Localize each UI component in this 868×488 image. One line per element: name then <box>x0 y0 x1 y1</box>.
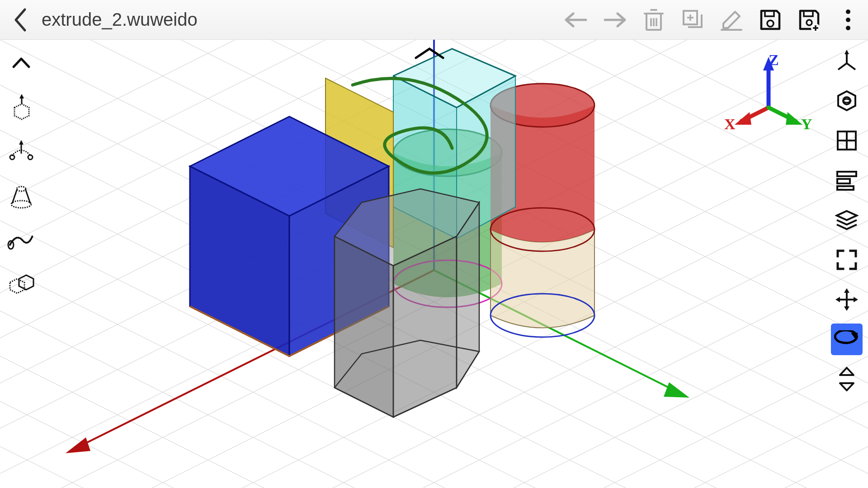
axis-x-label: X <box>724 116 736 133</box>
layers-tool[interactable] <box>831 204 863 236</box>
svg-marker-91 <box>19 140 24 145</box>
axis-tripod-icon <box>835 50 858 72</box>
svg-point-19 <box>846 9 850 14</box>
revolve-icon <box>7 140 35 163</box>
svg-marker-117 <box>844 306 849 311</box>
save-plus-icon <box>797 8 821 32</box>
align-tool[interactable] <box>831 164 863 196</box>
header-bar: extrude_2.wuweido <box>0 0 868 40</box>
boolean-tool[interactable] <box>5 268 37 300</box>
svg-marker-116 <box>844 288 849 293</box>
file-title: extrude_2.wuweido <box>42 9 198 30</box>
sweep-icon <box>7 230 35 250</box>
svg-marker-77 <box>393 236 457 417</box>
fit-view-icon <box>835 89 859 113</box>
save-button[interactable] <box>754 4 787 36</box>
svg-marker-84 <box>735 112 751 125</box>
axis-orientation-gizmo[interactable]: Z X Y <box>723 49 814 139</box>
svg-point-15 <box>807 20 812 25</box>
svg-rect-111 <box>837 179 850 183</box>
right-toolbar <box>826 40 868 395</box>
svg-line-96 <box>12 189 17 203</box>
save-icon <box>759 8 782 32</box>
fullscreen-icon <box>836 249 858 271</box>
extrude-tool[interactable] <box>5 91 37 123</box>
back-button[interactable] <box>4 4 36 36</box>
svg-marker-86 <box>786 112 802 125</box>
svg-point-20 <box>846 18 850 22</box>
svg-marker-76 <box>335 236 393 417</box>
more-vertical-icon <box>845 8 851 32</box>
svg-point-21 <box>846 26 850 30</box>
svg-point-106 <box>843 97 850 104</box>
overflow-menu-button[interactable] <box>832 4 864 36</box>
fit-view-tool[interactable] <box>831 85 863 117</box>
svg-point-95 <box>17 187 26 191</box>
extrude-icon <box>8 94 34 120</box>
trash-icon <box>643 8 665 32</box>
loft-icon <box>8 183 34 209</box>
orbit-tool[interactable] <box>831 324 863 355</box>
chevron-up-icon <box>11 56 32 70</box>
copy-button[interactable] <box>676 4 709 36</box>
svg-line-97 <box>25 189 30 203</box>
axis-y-label: Y <box>801 116 812 133</box>
svg-rect-112 <box>837 186 854 190</box>
expand-vertical-tool[interactable] <box>831 363 863 395</box>
axis-view-tool[interactable] <box>831 45 863 77</box>
grid-toggle-tool[interactable] <box>831 125 863 156</box>
loft-tool[interactable] <box>5 180 37 211</box>
axis-z-label: Z <box>769 52 779 69</box>
svg-point-93 <box>28 155 33 160</box>
pan-tool[interactable] <box>831 284 863 315</box>
svg-marker-105 <box>838 91 855 110</box>
svg-marker-61 <box>66 437 90 453</box>
sweep-tool[interactable] <box>5 224 37 256</box>
copy-icon <box>681 8 704 32</box>
save-as-button[interactable] <box>793 4 826 36</box>
angle-marker-icon <box>416 49 443 58</box>
svg-marker-63 <box>664 382 689 398</box>
svg-marker-121 <box>840 368 854 375</box>
svg-marker-104 <box>844 50 849 54</box>
svg-marker-99 <box>10 279 24 293</box>
pencil-icon <box>720 8 743 32</box>
boolean-icon <box>7 273 35 295</box>
chevron-left-icon <box>12 8 28 32</box>
expand-vertical-icon <box>837 367 856 391</box>
svg-point-92 <box>10 155 14 160</box>
svg-point-13 <box>767 20 774 27</box>
svg-marker-122 <box>840 383 854 390</box>
pan-icon <box>835 287 859 312</box>
svg-marker-87 <box>14 104 29 119</box>
svg-marker-113 <box>837 211 857 220</box>
left-toolbar <box>0 40 42 300</box>
fullscreen-tool[interactable] <box>831 244 863 276</box>
layers-icon <box>835 209 859 231</box>
orbit-icon <box>834 330 859 348</box>
svg-line-103 <box>847 63 855 70</box>
align-icon <box>835 170 858 191</box>
body-prism-gray[interactable] <box>335 189 479 417</box>
arrow-right-icon <box>601 11 628 29</box>
svg-marker-89 <box>19 94 24 99</box>
edit-button[interactable] <box>715 4 748 36</box>
arrow-left-icon <box>562 11 590 29</box>
delete-button[interactable] <box>637 4 670 36</box>
svg-marker-118 <box>835 297 840 302</box>
svg-line-102 <box>838 63 847 70</box>
svg-point-94 <box>11 201 31 208</box>
svg-marker-119 <box>854 297 858 302</box>
grid-icon <box>836 130 858 151</box>
collapse-panel-button[interactable] <box>5 47 37 79</box>
revolve-tool[interactable] <box>5 136 37 167</box>
redo-button[interactable] <box>599 4 631 36</box>
svg-marker-100 <box>19 275 33 290</box>
svg-rect-110 <box>837 172 856 176</box>
undo-button[interactable] <box>560 4 592 36</box>
